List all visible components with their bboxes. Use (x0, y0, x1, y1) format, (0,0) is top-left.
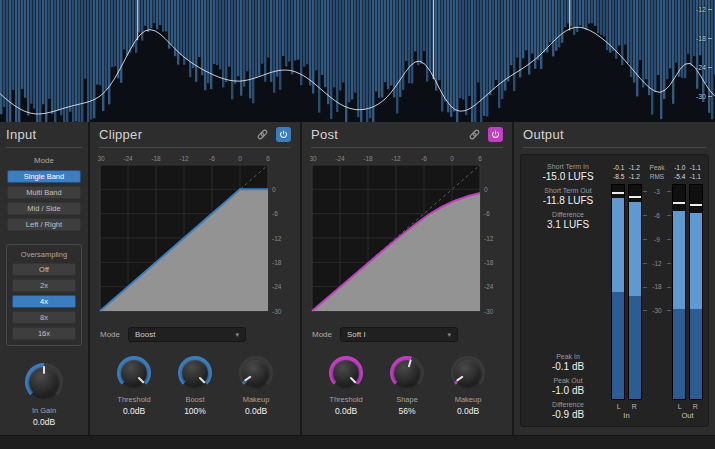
in-peak-l: -0.1 (611, 163, 627, 172)
svg-text:-18: -18 (151, 155, 161, 162)
waveform-graph (0, 0, 715, 122)
mode-option-multi-band[interactable]: Multi Band (7, 186, 81, 199)
post-mode-label: Mode (312, 330, 332, 339)
svg-text:0: 0 (238, 155, 242, 162)
clipper-graph-wrap: -30-24-18-12-6060-6-12-18-24-30 (98, 152, 292, 324)
svg-text:-18: -18 (484, 259, 494, 266)
clipper-power-button[interactable] (276, 127, 291, 142)
svg-text:0: 0 (450, 155, 454, 162)
svg-text:6: 6 (266, 155, 270, 162)
output-panel: Output Short Term In -15.0 LUFS Short Te… (514, 122, 715, 435)
knob-label: Makeup (455, 395, 482, 404)
knob-indicator (171, 349, 219, 397)
link-icon[interactable] (255, 127, 270, 142)
input-panel-title: Input (6, 127, 36, 142)
post-transfer-graph[interactable]: -30-24-18-12-6060-6-12-18-24-30 (310, 152, 504, 320)
out-r-label: R (688, 403, 704, 410)
wave-db-label: -12 (696, 6, 712, 13)
mode-option-left-right[interactable]: Left / Right (7, 218, 81, 231)
oversampling-option-4x[interactable]: 4x (12, 295, 76, 308)
out-meter-pair (672, 184, 703, 400)
knob-label: Shape (396, 395, 418, 404)
wave-db-label: -18 (696, 35, 712, 42)
clipper-panel: Clipper -30-24-18-12-6060-6-12-18-24-30 … (90, 122, 300, 435)
post-threshold-knob[interactable] (329, 356, 363, 390)
stat-short-term-out: Short Term Out -11.8 LUFS (543, 187, 593, 206)
input-panel: Input Mode Single Band Multi Band Mid / … (0, 122, 88, 435)
post-makeup-knob[interactable] (451, 356, 485, 390)
clipper-transfer-graph[interactable]: -30-24-18-12-6060-6-12-18-24-30 (98, 152, 292, 320)
knob-label: Makeup (243, 395, 270, 404)
meter-bar-in-l (611, 184, 625, 400)
svg-text:-12: -12 (272, 235, 282, 242)
input-panel-header: Input (6, 127, 82, 148)
clipper-mode-select[interactable]: Boost ▾ (128, 327, 246, 342)
in-gain-knob-unit: In Gain 0.0dB (0, 363, 88, 427)
oversampling-option-8x[interactable]: 8x (12, 311, 76, 324)
clipper-boost-knob-unit: Boost 100% (178, 356, 212, 416)
svg-text:-18: -18 (272, 259, 282, 266)
in-gain-value: 0.0dB (33, 417, 55, 427)
svg-text:-30: -30 (484, 308, 494, 315)
meter-rms-values-row: -8.5 -1.2 RMS -5.4 -1.1 (611, 172, 703, 181)
oversampling-option-16x[interactable]: 16x (12, 327, 76, 340)
post-shape-knob[interactable] (390, 356, 424, 390)
stat-short-term-in: Short Term In -15.0 LUFS (542, 163, 593, 182)
meter-bar-in-r (628, 184, 642, 400)
clipper-makeup-knob[interactable] (239, 356, 273, 390)
out-peak-l: -1.0 (672, 163, 688, 172)
clipper-panel-header: Clipper (99, 127, 291, 148)
mode-option-single-band[interactable]: Single Band (7, 170, 81, 183)
in-group-label: In (611, 411, 642, 420)
clipper-knob-row: Threshold 0.0dB Boost 100% M (90, 356, 300, 416)
out-group-label: Out (672, 411, 703, 420)
svg-text:-6: -6 (421, 155, 427, 162)
chevron-down-icon: ▾ (448, 331, 452, 339)
stat-peak-in: Peak In -0.1 dB (552, 353, 584, 372)
scale-tick: -3 (642, 188, 672, 195)
clipper-boost-knob[interactable] (178, 356, 212, 390)
oversampling-option-off[interactable]: Off (12, 263, 76, 276)
knob-indicator (386, 352, 428, 394)
out-rms-l: -5.4 (672, 172, 688, 181)
oversampling-option-list: Off 2x 4x 8x 16x (12, 263, 76, 340)
svg-text:-6: -6 (484, 210, 490, 217)
rms-row-label: RMS (642, 172, 672, 181)
wave-db-label: -24 (696, 64, 712, 71)
scale-tick: -9 (642, 236, 672, 243)
clipper-mode-row: Mode Boost ▾ (100, 327, 290, 342)
oversampling-label: Oversampling (7, 250, 81, 259)
mode-option-mid-side[interactable]: Mid / Side (7, 202, 81, 215)
svg-text:-24: -24 (335, 155, 345, 162)
post-mode-select[interactable]: Soft I ▾ (340, 327, 458, 342)
in-rms-r: -1.2 (627, 172, 643, 181)
meter-channel-labels: L R L R (611, 403, 703, 410)
out-l-label: L (672, 403, 688, 410)
clipper-panel-title: Clipper (99, 127, 142, 142)
clipper-threshold-knob[interactable] (117, 356, 151, 390)
post-threshold-knob-unit: Threshold 0.0dB (329, 356, 363, 416)
meter-bar-out-r (689, 184, 703, 400)
knob-indicator (444, 349, 491, 396)
knob-indicator (25, 363, 63, 401)
svg-text:-18: -18 (363, 155, 373, 162)
svg-text:-30: -30 (272, 308, 282, 315)
waveform-display: -12 -18 -24 -30 (0, 0, 715, 122)
clipper-threshold-knob-unit: Threshold 0.0dB (117, 356, 151, 416)
svg-text:-6: -6 (272, 210, 278, 217)
svg-text:-24: -24 (484, 283, 494, 290)
in-r-label: R (627, 403, 643, 410)
link-icon[interactable] (467, 127, 482, 142)
clipper-mode-label: Mode (100, 330, 120, 339)
stat-db-difference: Difference -0.9 dB (552, 401, 584, 420)
meter-bars-area: -3 -6 -9 -12 -18 -30 (611, 184, 703, 400)
post-graph-wrap: -30-24-18-12-6060-6-12-18-24-30 (310, 152, 504, 324)
in-gain-label: In Gain (32, 406, 56, 415)
in-gain-knob[interactable] (25, 363, 63, 401)
oversampling-option-2x[interactable]: 2x (12, 279, 76, 292)
post-power-button[interactable] (488, 127, 503, 142)
scale-tick: -30 (642, 307, 672, 314)
mode-option-list: Single Band Multi Band Mid / Side Left /… (7, 170, 81, 231)
in-peak-r: -1.2 (627, 163, 643, 172)
out-peak-r: -1.1 (688, 163, 704, 172)
